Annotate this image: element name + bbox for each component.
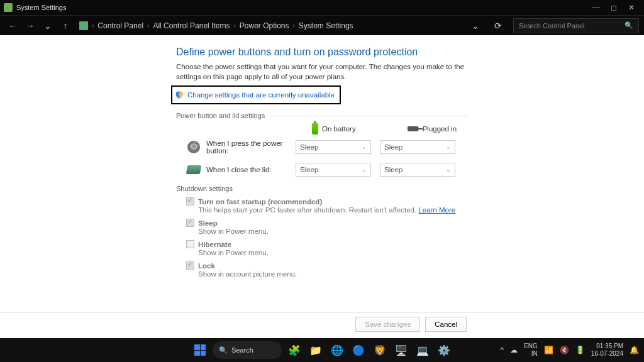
notifications-icon[interactable]: 🔔 <box>630 346 639 354</box>
taskbar-app-2[interactable]: 💻 <box>414 341 431 359</box>
power-button-section-label: Power button and lid settings <box>176 112 644 119</box>
forward-button[interactable]: → <box>23 18 38 33</box>
lock-item: Lock Show in account picture menu. <box>186 261 644 278</box>
tray-overflow-button[interactable]: ^ <box>501 346 504 354</box>
close-button[interactable]: ✕ <box>623 1 640 14</box>
lock-title: Lock <box>198 262 215 270</box>
taskbar-app-explorer[interactable]: 📁 <box>307 341 325 359</box>
taskbar-app-1[interactable]: 🖥️ <box>392 341 410 359</box>
power-button-label: When I press the power button: <box>206 140 296 155</box>
chevron-down-icon: ⌄ <box>446 167 451 173</box>
shutdown-section: Shutdown settings Turn on fast startup (… <box>176 185 644 278</box>
taskbar-app-brave[interactable]: 🦁 <box>371 341 389 359</box>
start-button[interactable] <box>191 341 209 359</box>
page-heading: Define power buttons and turn on passwor… <box>176 47 644 58</box>
fast-startup-desc: This helps start your PC faster after sh… <box>198 206 644 214</box>
address-dropdown-button[interactable]: ⌄ <box>468 18 483 33</box>
power-button-battery-dropdown[interactable]: Sleep⌄ <box>296 140 371 154</box>
maximize-button[interactable]: ◻ <box>605 1 623 14</box>
chevron-down-icon: ⌄ <box>362 167 367 173</box>
fast-startup-checkbox[interactable] <box>186 197 194 206</box>
chevron-right-icon: › <box>233 22 235 29</box>
shield-icon <box>175 90 184 99</box>
clock[interactable]: 01:35 PM16-07-2024 <box>591 343 623 358</box>
breadcrumb-item[interactable]: All Control Panel Items <box>153 21 230 30</box>
taskbar-app-chrome[interactable]: 🌐 <box>328 341 346 359</box>
battery-tray-icon[interactable]: 🔋 <box>575 346 585 354</box>
hibernate-checkbox[interactable] <box>186 240 194 248</box>
sleep-item: Sleep Show in Power menu. <box>186 219 644 235</box>
plugged-in-header: Plugged in <box>408 125 457 133</box>
minimize-button[interactable]: — <box>587 1 605 14</box>
chevron-down-icon: ⌄ <box>446 144 451 150</box>
recent-locations-button[interactable]: ⌄ <box>40 18 55 33</box>
breadcrumb-item[interactable]: Power Options <box>240 21 289 30</box>
breadcrumb-item[interactable]: Control Panel <box>97 21 143 30</box>
taskbar-app-settings[interactable]: ⚙️ <box>435 341 453 359</box>
lid-icon <box>186 162 201 177</box>
search-input[interactable]: Search Control Panel 🔍 <box>513 18 639 33</box>
column-headers: On battery Plugged in <box>312 123 644 134</box>
wifi-icon[interactable]: 📶 <box>544 346 553 354</box>
dialog-buttons: Save changes Cancel <box>355 317 467 332</box>
refresh-button[interactable]: ⟳ <box>491 18 506 33</box>
breadcrumb-item[interactable]: System Settings <box>299 21 353 30</box>
chevron-right-icon: › <box>293 22 295 29</box>
hibernate-item: Hibernate Show in Power menu. <box>186 240 644 256</box>
system-tray: ^ ☁ ENGIN 📶 🔇 🔋 01:35 PM16-07-2024 🔔 <box>501 343 639 358</box>
chevron-down-icon: ⌄ <box>362 144 367 150</box>
sleep-title: Sleep <box>198 219 218 227</box>
taskbar-app-edge[interactable]: 🔵 <box>350 341 367 359</box>
chevron-right-icon: › <box>92 22 94 29</box>
hibernate-title: Hibernate <box>198 241 231 248</box>
search-icon: 🔍 <box>219 346 228 354</box>
power-button-icon <box>186 140 201 155</box>
on-battery-header: On battery <box>312 123 356 134</box>
fast-startup-item: Turn on fast startup (recommended) This … <box>186 197 644 214</box>
lid-close-row: When I close the lid: Sleep⌄ Sleep⌄ <box>176 162 644 177</box>
onedrive-icon[interactable]: ☁ <box>510 346 518 354</box>
lock-checkbox[interactable] <box>186 261 194 270</box>
sleep-desc: Show in Power menu. <box>198 228 644 235</box>
search-placeholder: Search Control Panel <box>519 22 585 30</box>
content-area: Define power buttons and turn on passwor… <box>0 35 644 338</box>
fast-startup-title: Turn on fast startup (recommended) <box>198 198 322 206</box>
learn-more-link[interactable]: Learn More <box>418 206 455 214</box>
control-panel-icon[interactable] <box>79 21 88 30</box>
change-settings-link[interactable]: Change settings that are currently unava… <box>187 91 335 99</box>
window-title: System Settings <box>16 4 66 11</box>
page-subtext: Choose the power settings that you want … <box>176 62 465 82</box>
battery-icon <box>312 123 318 134</box>
plug-icon <box>408 126 419 131</box>
taskbar: 🔍Search 🧩 📁 🌐 🔵 🦁 🖥️ 💻 ⚙️ ^ ☁ ENGIN 📶 🔇 … <box>0 338 644 362</box>
app-icon <box>4 3 13 12</box>
chevron-right-icon: › <box>147 22 149 29</box>
hibernate-desc: Show in Power menu. <box>198 249 644 256</box>
volume-icon[interactable]: 🔇 <box>560 346 569 354</box>
back-button[interactable]: ← <box>5 18 20 33</box>
power-button-row: When I press the power button: Sleep⌄ Sl… <box>176 140 644 155</box>
sleep-checkbox[interactable] <box>186 219 194 227</box>
navbar: ← → ⌄ ↑ › Control Panel › All Control Pa… <box>0 15 644 35</box>
lid-battery-dropdown[interactable]: Sleep⌄ <box>296 163 371 177</box>
save-button[interactable]: Save changes <box>355 317 420 332</box>
lid-plugged-dropdown[interactable]: Sleep⌄ <box>380 163 455 177</box>
language-indicator[interactable]: ENGIN <box>524 343 538 358</box>
search-icon: 🔍 <box>625 21 633 30</box>
taskbar-app-store[interactable]: 🧩 <box>286 341 303 359</box>
cancel-button[interactable]: Cancel <box>425 317 467 332</box>
footer-divider <box>0 312 644 313</box>
change-settings-highlight: Change settings that are currently unava… <box>171 85 341 104</box>
shutdown-section-label: Shutdown settings <box>176 185 644 192</box>
power-button-plugged-dropdown[interactable]: Sleep⌄ <box>380 140 455 154</box>
lock-desc: Show in account picture menu. <box>198 270 644 278</box>
lid-close-label: When I close the lid: <box>206 166 296 173</box>
up-button[interactable]: ↑ <box>58 18 73 33</box>
breadcrumb: › Control Panel › All Control Panel Item… <box>79 21 468 30</box>
titlebar: System Settings — ◻ ✕ <box>0 0 644 15</box>
taskbar-search[interactable]: 🔍Search <box>213 341 282 359</box>
